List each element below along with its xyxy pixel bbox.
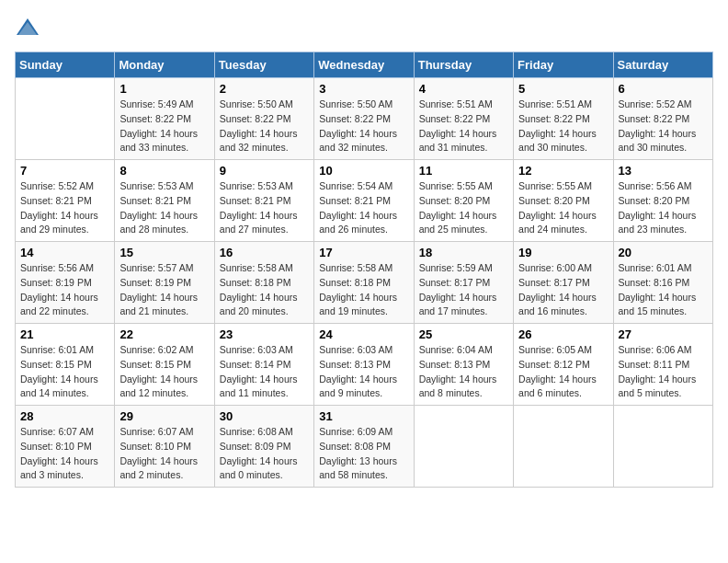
calendar-cell (16, 78, 115, 160)
calendar-cell: 15Sunrise: 5:57 AM Sunset: 8:19 PM Dayli… (115, 242, 214, 324)
calendar-cell: 11Sunrise: 5:55 AM Sunset: 8:20 PM Dayli… (414, 160, 513, 242)
logo (15, 15, 42, 40)
day-info: Sunrise: 6:05 AM Sunset: 8:12 PM Dayligh… (518, 343, 608, 401)
day-info: Sunrise: 5:51 AM Sunset: 8:22 PM Dayligh… (518, 98, 608, 155)
calendar-cell: 30Sunrise: 6:08 AM Sunset: 8:09 PM Dayli… (214, 406, 313, 488)
calendar-cell: 26Sunrise: 6:05 AM Sunset: 8:12 PM Dayli… (514, 324, 613, 406)
day-number: 9 (220, 164, 309, 178)
day-number: 28 (20, 409, 109, 423)
day-header-thursday: Thursday (414, 52, 513, 78)
day-info: Sunrise: 6:07 AM Sunset: 8:10 PM Dayligh… (20, 425, 109, 483)
day-number: 27 (619, 327, 708, 341)
day-number: 29 (119, 409, 209, 423)
day-number: 16 (220, 246, 309, 259)
day-header-friday: Friday (514, 52, 613, 78)
calendar-cell (414, 406, 513, 488)
day-number: 3 (319, 82, 408, 96)
day-number: 12 (518, 164, 608, 178)
day-info: Sunrise: 5:53 AM Sunset: 8:21 PM Dayligh… (119, 179, 209, 237)
calendar-cell: 7Sunrise: 5:52 AM Sunset: 8:21 PM Daylig… (16, 160, 115, 242)
day-number: 31 (319, 409, 408, 423)
calendar-cell: 24Sunrise: 6:03 AM Sunset: 8:13 PM Dayli… (314, 324, 414, 406)
day-info: Sunrise: 6:03 AM Sunset: 8:13 PM Dayligh… (319, 343, 408, 401)
day-info: Sunrise: 5:50 AM Sunset: 8:22 PM Dayligh… (319, 98, 408, 155)
day-number: 1 (119, 82, 209, 96)
day-info: Sunrise: 5:54 AM Sunset: 8:21 PM Dayligh… (319, 179, 408, 237)
calendar-cell (613, 406, 712, 488)
day-number: 17 (319, 246, 408, 259)
calendar-cell: 4Sunrise: 5:51 AM Sunset: 8:22 PM Daylig… (414, 78, 513, 160)
day-number: 14 (20, 246, 109, 259)
day-number: 8 (119, 164, 209, 178)
day-header-tuesday: Tuesday (214, 52, 313, 78)
calendar-week-1: 1Sunrise: 5:49 AM Sunset: 8:22 PM Daylig… (16, 78, 713, 160)
page-header (15, 15, 713, 40)
day-info: Sunrise: 5:50 AM Sunset: 8:22 PM Dayligh… (220, 98, 309, 155)
day-info: Sunrise: 5:49 AM Sunset: 8:22 PM Dayligh… (119, 98, 209, 155)
day-number: 22 (119, 327, 209, 341)
day-info: Sunrise: 6:04 AM Sunset: 8:13 PM Dayligh… (419, 343, 508, 401)
calendar-cell: 6Sunrise: 5:52 AM Sunset: 8:22 PM Daylig… (613, 78, 712, 160)
day-number: 25 (419, 327, 508, 341)
day-info: Sunrise: 5:56 AM Sunset: 8:19 PM Dayligh… (20, 261, 109, 319)
day-info: Sunrise: 6:01 AM Sunset: 8:16 PM Dayligh… (619, 261, 708, 319)
calendar-cell: 17Sunrise: 5:58 AM Sunset: 8:18 PM Dayli… (314, 242, 414, 324)
calendar-cell: 22Sunrise: 6:02 AM Sunset: 8:15 PM Dayli… (115, 324, 214, 406)
calendar-cell: 20Sunrise: 6:01 AM Sunset: 8:16 PM Dayli… (613, 242, 712, 324)
day-number: 18 (419, 246, 508, 259)
day-number: 5 (518, 82, 608, 96)
day-number: 4 (419, 82, 508, 96)
day-info: Sunrise: 6:07 AM Sunset: 8:10 PM Dayligh… (119, 425, 209, 483)
day-number: 2 (220, 82, 309, 96)
day-info: Sunrise: 5:58 AM Sunset: 8:18 PM Dayligh… (319, 261, 408, 319)
calendar-week-2: 7Sunrise: 5:52 AM Sunset: 8:21 PM Daylig… (16, 160, 713, 242)
calendar-cell: 3Sunrise: 5:50 AM Sunset: 8:22 PM Daylig… (314, 78, 414, 160)
day-info: Sunrise: 5:55 AM Sunset: 8:20 PM Dayligh… (518, 179, 608, 237)
calendar-table: SundayMondayTuesdayWednesdayThursdayFrid… (15, 52, 713, 488)
calendar-cell: 29Sunrise: 6:07 AM Sunset: 8:10 PM Dayli… (115, 406, 214, 488)
day-header-wednesday: Wednesday (314, 52, 414, 78)
calendar-cell: 1Sunrise: 5:49 AM Sunset: 8:22 PM Daylig… (115, 78, 214, 160)
calendar-cell (514, 406, 613, 488)
day-number: 21 (20, 327, 109, 341)
day-info: Sunrise: 6:01 AM Sunset: 8:15 PM Dayligh… (20, 343, 109, 401)
day-info: Sunrise: 5:58 AM Sunset: 8:18 PM Dayligh… (220, 261, 309, 319)
day-info: Sunrise: 5:59 AM Sunset: 8:17 PM Dayligh… (419, 261, 508, 319)
day-info: Sunrise: 6:08 AM Sunset: 8:09 PM Dayligh… (220, 425, 309, 483)
calendar-cell: 13Sunrise: 5:56 AM Sunset: 8:20 PM Dayli… (613, 160, 712, 242)
calendar-cell: 19Sunrise: 6:00 AM Sunset: 8:17 PM Dayli… (514, 242, 613, 324)
day-number: 20 (619, 246, 708, 259)
calendar-cell: 23Sunrise: 6:03 AM Sunset: 8:14 PM Dayli… (214, 324, 313, 406)
day-info: Sunrise: 5:52 AM Sunset: 8:22 PM Dayligh… (619, 98, 708, 155)
calendar-cell: 14Sunrise: 5:56 AM Sunset: 8:19 PM Dayli… (16, 242, 115, 324)
calendar-cell: 8Sunrise: 5:53 AM Sunset: 8:21 PM Daylig… (115, 160, 214, 242)
day-header-saturday: Saturday (613, 52, 712, 78)
calendar-cell: 18Sunrise: 5:59 AM Sunset: 8:17 PM Dayli… (414, 242, 513, 324)
calendar-cell: 5Sunrise: 5:51 AM Sunset: 8:22 PM Daylig… (514, 78, 613, 160)
calendar-cell: 12Sunrise: 5:55 AM Sunset: 8:20 PM Dayli… (514, 160, 613, 242)
day-info: Sunrise: 5:55 AM Sunset: 8:20 PM Dayligh… (419, 179, 508, 237)
day-info: Sunrise: 5:56 AM Sunset: 8:20 PM Dayligh… (619, 179, 708, 237)
day-info: Sunrise: 6:06 AM Sunset: 8:11 PM Dayligh… (619, 343, 708, 401)
day-number: 19 (518, 246, 608, 259)
calendar-cell: 31Sunrise: 6:09 AM Sunset: 8:08 PM Dayli… (314, 406, 414, 488)
day-header-monday: Monday (115, 52, 214, 78)
day-number: 11 (419, 164, 508, 178)
day-header-sunday: Sunday (16, 52, 115, 78)
calendar-cell: 16Sunrise: 5:58 AM Sunset: 8:18 PM Dayli… (214, 242, 313, 324)
day-number: 6 (619, 82, 708, 96)
day-info: Sunrise: 5:51 AM Sunset: 8:22 PM Dayligh… (419, 98, 508, 155)
day-number: 7 (20, 164, 109, 178)
day-info: Sunrise: 6:02 AM Sunset: 8:15 PM Dayligh… (119, 343, 209, 401)
day-number: 15 (119, 246, 209, 259)
calendar-week-3: 14Sunrise: 5:56 AM Sunset: 8:19 PM Dayli… (16, 242, 713, 324)
calendar-week-4: 21Sunrise: 6:01 AM Sunset: 8:15 PM Dayli… (16, 324, 713, 406)
calendar-cell: 27Sunrise: 6:06 AM Sunset: 8:11 PM Dayli… (613, 324, 712, 406)
day-info: Sunrise: 6:00 AM Sunset: 8:17 PM Dayligh… (518, 261, 608, 319)
calendar-week-5: 28Sunrise: 6:07 AM Sunset: 8:10 PM Dayli… (16, 406, 713, 488)
day-number: 13 (619, 164, 708, 178)
calendar-cell: 21Sunrise: 6:01 AM Sunset: 8:15 PM Dayli… (16, 324, 115, 406)
day-number: 26 (518, 327, 608, 341)
day-info: Sunrise: 5:52 AM Sunset: 8:21 PM Dayligh… (20, 179, 109, 237)
day-number: 23 (220, 327, 309, 341)
